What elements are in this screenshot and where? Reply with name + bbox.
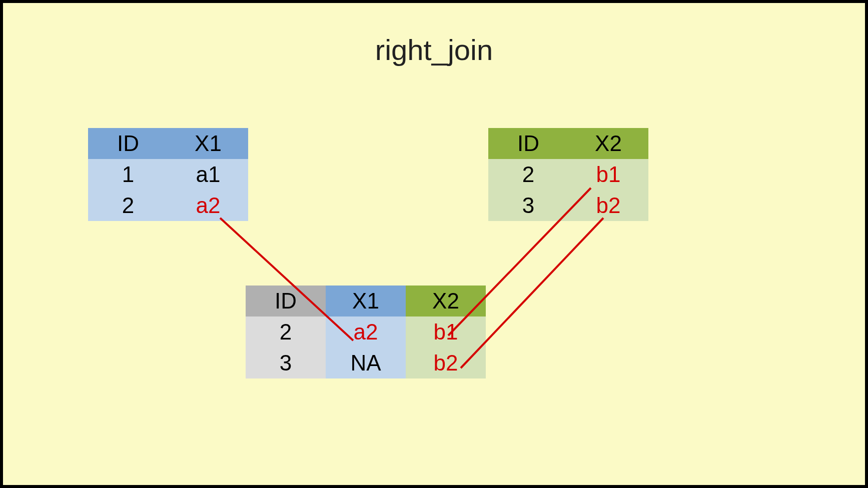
table-row: 1 a1 — [88, 159, 248, 190]
diagram-canvas: right_join ID X1 1 a1 2 a2 ID X2 2 b1 3 … — [0, 0, 868, 488]
col-header-id: ID — [488, 128, 568, 159]
col-header-x1: X1 — [168, 128, 248, 159]
col-header-x1: X1 — [326, 286, 406, 316]
cell-x2: b2 — [406, 348, 486, 378]
table-row: 3 b2 — [488, 190, 648, 221]
table-header-row: ID X1 — [88, 128, 248, 159]
table-row: 2 b1 — [488, 159, 648, 190]
table-row: 2 a2 — [88, 190, 248, 221]
diagram-title: right_join — [3, 33, 865, 66]
connector-lines — [3, 3, 868, 488]
table-header-row: ID X2 — [488, 128, 648, 159]
col-header-x2: X2 — [568, 128, 648, 159]
cell-id: 2 — [488, 159, 568, 190]
result-table: ID X1 X2 2 a2 b1 3 NA b2 — [246, 286, 486, 378]
cell-id: 1 — [88, 159, 168, 190]
table-header-row: ID X1 X2 — [246, 286, 486, 316]
cell-x2: b2 — [568, 190, 648, 221]
right-table: ID X2 2 b1 3 b2 — [488, 128, 648, 221]
cell-id: 3 — [246, 348, 326, 378]
left-table: ID X1 1 a1 2 a2 — [88, 128, 248, 221]
cell-x1: NA — [326, 348, 406, 378]
cell-x1: a1 — [168, 159, 248, 190]
cell-x2: b1 — [568, 159, 648, 190]
cell-id: 2 — [88, 190, 168, 221]
col-header-id: ID — [246, 286, 326, 316]
cell-x1: a2 — [326, 316, 406, 348]
cell-x1: a2 — [168, 190, 248, 221]
table-row: 3 NA b2 — [246, 348, 486, 378]
cell-id: 3 — [488, 190, 568, 221]
col-header-id: ID — [88, 128, 168, 159]
col-header-x2: X2 — [406, 286, 486, 316]
cell-x2: b1 — [406, 316, 486, 348]
cell-id: 2 — [246, 316, 326, 348]
table-row: 2 a2 b1 — [246, 316, 486, 348]
